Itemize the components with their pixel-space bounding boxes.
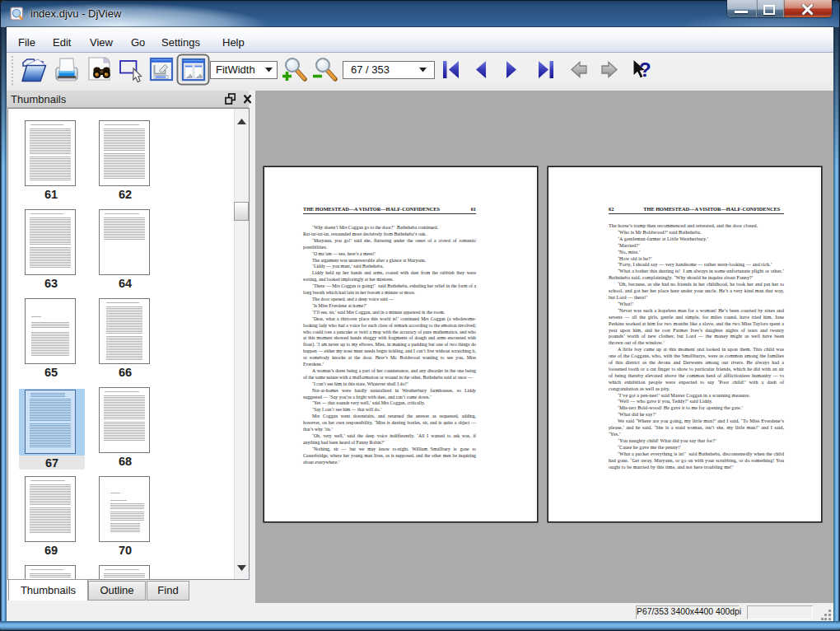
svg-text:?: ? <box>639 58 651 81</box>
